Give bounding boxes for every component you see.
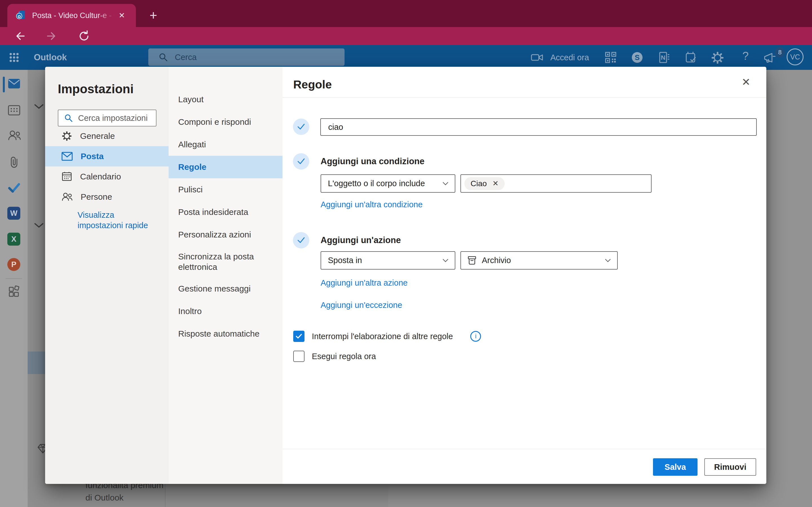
condition-select[interactable]: L'oggetto o il corpo include [320,174,455,193]
action-select-value: Sposta in [328,256,362,265]
settings-section-column: Layout Componi e rispondi Allegati Regol… [168,67,283,484]
todo-module-icon[interactable] [8,182,20,194]
condition-value-field[interactable]: Ciao ✕ [460,174,652,193]
section-layout[interactable]: Layout [168,88,283,111]
panel-title: Regole [293,78,332,91]
excel-app-icon[interactable]: X [7,233,20,245]
settings-dialog: Impostazioni Generale Po [45,67,766,484]
archive-icon [468,256,476,265]
section-allegati[interactable]: Allegati [168,133,283,156]
calendar-icon [61,171,72,182]
header-divider [283,97,766,98]
powerpoint-app-icon[interactable]: P [7,258,20,271]
chevron-down-icon [605,259,611,262]
chip-remove-icon[interactable]: ✕ [493,179,499,188]
rule-name-input[interactable] [320,118,757,136]
help-icon[interactable]: ? [739,50,752,62]
stop-processing-checkbox[interactable] [293,331,305,342]
premium-upsell-line2: di Outlook [86,493,123,503]
back-button-icon[interactable] [13,30,26,42]
quick-settings-link[interactable]: Visualizza impostazioni rapide [78,210,160,231]
chevron-down-icon [442,259,449,262]
app-title: Outlook [34,52,67,62]
new-tab-button[interactable]: + [146,7,161,23]
section-posta-indesiderata[interactable]: Posta indesiderata [168,201,283,223]
person-icon [61,191,73,202]
condition-heading: Aggiungi una condizione [320,156,424,166]
skype-icon[interactable]: S [631,51,644,64]
settings-title: Impostazioni [58,82,134,96]
app-rail: W X P [0,70,28,507]
save-button[interactable]: Salva [653,458,698,476]
sign-in-link[interactable]: Accedi ora [550,53,589,62]
chip-label: Ciao [470,179,487,188]
more-apps-icon[interactable] [8,285,20,297]
mail-module-icon[interactable] [8,78,20,91]
info-icon[interactable]: i [470,331,481,342]
remove-button[interactable]: Rimuovi [704,458,756,476]
settings-nav-column: Impostazioni Generale Po [45,67,168,484]
add-exception-link[interactable]: Aggiungi un'eccezione [320,300,402,310]
attachments-module-icon[interactable] [8,156,20,168]
category-calendario[interactable]: Calendario [45,166,168,187]
onenote-icon[interactable]: N [658,51,670,64]
close-icon[interactable]: ✕ [739,75,753,89]
category-label: Posta [81,152,104,161]
section-sincronizza-posta[interactable]: Sincronizza la posta elettronica [168,246,283,277]
settings-search-input[interactable] [78,113,149,123]
condition-select-value: L'oggetto o il corpo include [328,179,425,188]
action-select[interactable]: Sposta in [320,251,455,270]
run-rule-checkbox[interactable] [293,351,305,362]
condition-check-icon [293,153,309,170]
browser-tab-strip: o Posta - Video Cultur-e - Outloo ✕ + [0,0,812,27]
account-avatar[interactable]: VC [786,48,804,65]
whats-new-megaphone-icon[interactable] [763,51,775,64]
settings-search-box[interactable] [58,110,156,126]
todo-tasks-icon[interactable] [684,51,697,64]
section-gestione-messaggi[interactable]: Gestione messaggi [168,277,283,300]
run-rule-label: Esegui regola ora [312,352,376,361]
section-regole[interactable]: Regole [168,156,283,178]
action-heading: Aggiungi un'azione [320,235,401,245]
browser-tab[interactable]: o Posta - Video Cultur-e - Outloo ✕ [7,4,136,27]
section-inoltro[interactable]: Inoltro [168,300,283,323]
category-label: Persone [81,192,112,202]
add-action-link[interactable]: Aggiungi un'altra azione [320,278,408,288]
word-app-icon[interactable]: W [7,207,20,220]
notification-badge: 8 [775,47,785,57]
section-pulisci[interactable]: Pulisci [168,178,283,201]
section-componi-e-rispondi[interactable]: Componi e rispondi [168,111,283,133]
category-posta[interactable]: Posta [45,146,168,166]
add-condition-link[interactable]: Aggiungi un'altra condizione [320,200,423,209]
action-folder-select[interactable]: Archivio [460,251,618,270]
calendar-module-icon[interactable] [8,104,20,117]
people-module-icon[interactable] [8,129,20,142]
reload-button-icon[interactable] [78,30,90,42]
settings-gear-icon[interactable] [711,51,723,64]
chevron-down-icon[interactable] [33,222,45,229]
category-label: Calendario [80,172,121,181]
header-search-input[interactable] [174,52,316,62]
qr-code-icon[interactable] [605,51,617,64]
section-risposte-automatiche[interactable]: Risposte automatiche [168,323,283,345]
forward-button-icon[interactable] [46,30,58,42]
category-label: Generale [80,131,115,141]
search-icon [64,114,73,122]
tab-close-icon[interactable]: ✕ [116,11,128,20]
chevron-down-icon [442,182,449,185]
category-persone[interactable]: Persone [45,187,168,207]
stop-processing-label: Interrompi l'elaborazione di altre regol… [312,332,453,341]
meet-camera-icon[interactable] [530,51,543,64]
chevron-down-icon[interactable] [33,103,45,110]
svg-text:o: o [18,13,21,19]
run-rule-row: Esegui regola ora [293,351,376,362]
action-folder-value: Archivio [482,256,511,265]
svg-text:S: S [635,53,640,62]
search-icon [158,52,168,62]
section-personalizza-azioni[interactable]: Personalizza azioni [168,223,283,246]
header-search-box[interactable] [148,48,345,66]
browser-toolbar: outlook.live.com/mail/0/options/mail/rul… [0,27,812,45]
app-launcher-icon[interactable] [8,51,20,64]
outlook-header: Outlook Accedi ora S N ? 8 [0,45,812,70]
category-generale[interactable]: Generale [45,126,168,146]
